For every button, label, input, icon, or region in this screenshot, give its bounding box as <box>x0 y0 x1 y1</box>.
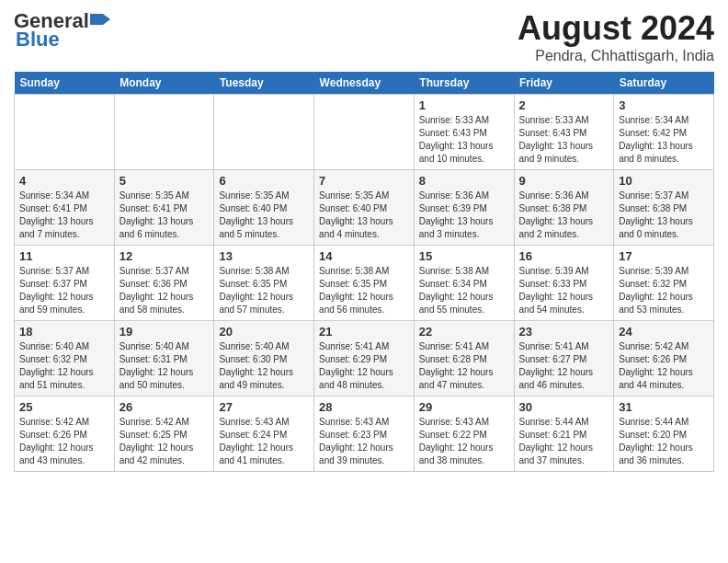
calendar-cell: 9Sunrise: 5:36 AM Sunset: 6:38 PM Daylig… <box>514 170 614 246</box>
day-info: Sunrise: 5:42 AM Sunset: 6:26 PM Dayligh… <box>19 416 109 467</box>
calendar-cell: 6Sunrise: 5:35 AM Sunset: 6:40 PM Daylig… <box>214 170 314 246</box>
calendar-cell: 20Sunrise: 5:40 AM Sunset: 6:30 PM Dayli… <box>214 321 314 396</box>
week-row-2: 11Sunrise: 5:37 AM Sunset: 6:37 PM Dayli… <box>15 246 714 321</box>
day-info: Sunrise: 5:41 AM Sunset: 6:29 PM Dayligh… <box>319 340 409 392</box>
day-number: 28 <box>319 400 409 414</box>
calendar-cell: 2Sunrise: 5:33 AM Sunset: 6:43 PM Daylig… <box>514 95 614 170</box>
day-info: Sunrise: 5:44 AM Sunset: 6:21 PM Dayligh… <box>519 416 609 467</box>
day-number: 5 <box>119 174 210 188</box>
calendar-cell: 8Sunrise: 5:36 AM Sunset: 6:39 PM Daylig… <box>414 170 514 246</box>
day-number: 16 <box>519 249 609 263</box>
day-number: 27 <box>219 400 309 414</box>
day-info: Sunrise: 5:43 AM Sunset: 6:22 PM Dayligh… <box>419 416 509 467</box>
day-number: 26 <box>119 400 210 414</box>
header-wednesday: Wednesday <box>314 72 415 95</box>
calendar-cell: 5Sunrise: 5:35 AM Sunset: 6:41 PM Daylig… <box>114 170 214 246</box>
day-number: 4 <box>19 174 109 188</box>
logo-blue-text: Blue <box>16 28 60 52</box>
day-number: 3 <box>619 98 709 112</box>
day-info: Sunrise: 5:36 AM Sunset: 6:39 PM Dayligh… <box>419 190 509 241</box>
day-number: 9 <box>519 174 609 188</box>
day-info: Sunrise: 5:37 AM Sunset: 6:37 PM Dayligh… <box>19 265 109 316</box>
calendar-cell: 7Sunrise: 5:35 AM Sunset: 6:40 PM Daylig… <box>314 170 415 246</box>
day-number: 29 <box>419 400 509 414</box>
calendar-cell: 19Sunrise: 5:40 AM Sunset: 6:31 PM Dayli… <box>114 321 214 396</box>
title-block: August 2024 Pendra, Chhattisgarh, India <box>518 9 714 64</box>
calendar-cell: 14Sunrise: 5:38 AM Sunset: 6:35 PM Dayli… <box>314 246 415 321</box>
day-info: Sunrise: 5:41 AM Sunset: 6:28 PM Dayligh… <box>419 340 509 392</box>
week-row-1: 4Sunrise: 5:34 AM Sunset: 6:41 PM Daylig… <box>15 170 714 246</box>
day-info: Sunrise: 5:42 AM Sunset: 6:25 PM Dayligh… <box>119 416 210 467</box>
calendar-cell: 18Sunrise: 5:40 AM Sunset: 6:32 PM Dayli… <box>15 321 115 396</box>
week-row-4: 25Sunrise: 5:42 AM Sunset: 6:26 PM Dayli… <box>15 396 714 472</box>
day-info: Sunrise: 5:37 AM Sunset: 6:38 PM Dayligh… <box>619 190 709 241</box>
day-info: Sunrise: 5:41 AM Sunset: 6:27 PM Dayligh… <box>519 340 609 392</box>
calendar-cell: 26Sunrise: 5:42 AM Sunset: 6:25 PM Dayli… <box>114 396 214 472</box>
calendar-cell: 11Sunrise: 5:37 AM Sunset: 6:37 PM Dayli… <box>15 246 115 321</box>
calendar-cell: 31Sunrise: 5:44 AM Sunset: 6:20 PM Dayli… <box>614 396 714 472</box>
calendar-cell: 28Sunrise: 5:43 AM Sunset: 6:23 PM Dayli… <box>314 396 415 472</box>
header-tuesday: Tuesday <box>214 72 314 95</box>
calendar-cell: 4Sunrise: 5:34 AM Sunset: 6:41 PM Daylig… <box>15 170 115 246</box>
calendar-cell: 22Sunrise: 5:41 AM Sunset: 6:28 PM Dayli… <box>414 321 514 396</box>
day-info: Sunrise: 5:42 AM Sunset: 6:26 PM Dayligh… <box>619 340 709 392</box>
week-row-3: 18Sunrise: 5:40 AM Sunset: 6:32 PM Dayli… <box>15 321 714 396</box>
svg-marker-0 <box>90 14 110 25</box>
calendar-cell: 29Sunrise: 5:43 AM Sunset: 6:22 PM Dayli… <box>414 396 514 472</box>
day-number: 17 <box>619 249 709 263</box>
page-header: General Blue August 2024 Pendra, Chhatti… <box>14 9 714 64</box>
day-info: Sunrise: 5:37 AM Sunset: 6:36 PM Dayligh… <box>119 265 210 316</box>
day-number: 6 <box>219 174 309 188</box>
month-year-title: August 2024 <box>518 9 714 48</box>
day-info: Sunrise: 5:34 AM Sunset: 6:41 PM Dayligh… <box>19 190 109 241</box>
calendar-header-row: SundayMondayTuesdayWednesdayThursdayFrid… <box>15 72 714 95</box>
day-number: 30 <box>519 400 609 414</box>
calendar-cell: 15Sunrise: 5:38 AM Sunset: 6:34 PM Dayli… <box>414 246 514 321</box>
day-info: Sunrise: 5:35 AM Sunset: 6:40 PM Dayligh… <box>219 190 309 241</box>
day-number: 21 <box>319 325 409 339</box>
day-number: 12 <box>119 249 210 263</box>
calendar-cell: 23Sunrise: 5:41 AM Sunset: 6:27 PM Dayli… <box>514 321 614 396</box>
calendar-cell <box>114 95 214 170</box>
calendar-cell: 1Sunrise: 5:33 AM Sunset: 6:43 PM Daylig… <box>414 95 514 170</box>
day-number: 10 <box>619 174 709 188</box>
header-thursday: Thursday <box>414 72 514 95</box>
day-number: 8 <box>419 174 509 188</box>
day-info: Sunrise: 5:35 AM Sunset: 6:40 PM Dayligh… <box>319 190 409 241</box>
day-info: Sunrise: 5:44 AM Sunset: 6:20 PM Dayligh… <box>619 416 709 467</box>
calendar-table: SundayMondayTuesdayWednesdayThursdayFrid… <box>14 72 714 472</box>
calendar-cell: 16Sunrise: 5:39 AM Sunset: 6:33 PM Dayli… <box>514 246 614 321</box>
calendar-cell <box>314 95 415 170</box>
calendar-cell: 17Sunrise: 5:39 AM Sunset: 6:32 PM Dayli… <box>614 246 714 321</box>
day-info: Sunrise: 5:36 AM Sunset: 6:38 PM Dayligh… <box>519 190 609 241</box>
day-info: Sunrise: 5:33 AM Sunset: 6:43 PM Dayligh… <box>419 114 509 166</box>
day-number: 22 <box>419 325 509 339</box>
day-number: 1 <box>419 98 509 112</box>
location-text: Pendra, Chhattisgarh, India <box>518 48 714 64</box>
day-number: 20 <box>219 325 309 339</box>
day-number: 23 <box>519 325 609 339</box>
day-info: Sunrise: 5:38 AM Sunset: 6:35 PM Dayligh… <box>219 265 309 316</box>
day-info: Sunrise: 5:39 AM Sunset: 6:32 PM Dayligh… <box>619 265 709 316</box>
day-info: Sunrise: 5:43 AM Sunset: 6:24 PM Dayligh… <box>219 416 309 467</box>
calendar-cell: 24Sunrise: 5:42 AM Sunset: 6:26 PM Dayli… <box>614 321 714 396</box>
day-info: Sunrise: 5:38 AM Sunset: 6:34 PM Dayligh… <box>419 265 509 316</box>
day-info: Sunrise: 5:39 AM Sunset: 6:33 PM Dayligh… <box>519 265 609 316</box>
day-info: Sunrise: 5:33 AM Sunset: 6:43 PM Dayligh… <box>519 114 609 166</box>
day-info: Sunrise: 5:43 AM Sunset: 6:23 PM Dayligh… <box>319 416 409 467</box>
week-row-0: 1Sunrise: 5:33 AM Sunset: 6:43 PM Daylig… <box>15 95 714 170</box>
logo: General Blue <box>14 9 110 52</box>
day-info: Sunrise: 5:40 AM Sunset: 6:30 PM Dayligh… <box>219 340 309 392</box>
header-monday: Monday <box>114 72 214 95</box>
day-number: 18 <box>19 325 109 339</box>
calendar-cell: 25Sunrise: 5:42 AM Sunset: 6:26 PM Dayli… <box>15 396 115 472</box>
day-info: Sunrise: 5:40 AM Sunset: 6:32 PM Dayligh… <box>19 340 109 392</box>
calendar-cell <box>214 95 314 170</box>
day-info: Sunrise: 5:40 AM Sunset: 6:31 PM Dayligh… <box>119 340 210 392</box>
calendar-cell <box>15 95 115 170</box>
day-number: 25 <box>19 400 109 414</box>
calendar-cell: 13Sunrise: 5:38 AM Sunset: 6:35 PM Dayli… <box>214 246 314 321</box>
header-friday: Friday <box>514 72 614 95</box>
day-info: Sunrise: 5:38 AM Sunset: 6:35 PM Dayligh… <box>319 265 409 316</box>
day-info: Sunrise: 5:34 AM Sunset: 6:42 PM Dayligh… <box>619 114 709 166</box>
